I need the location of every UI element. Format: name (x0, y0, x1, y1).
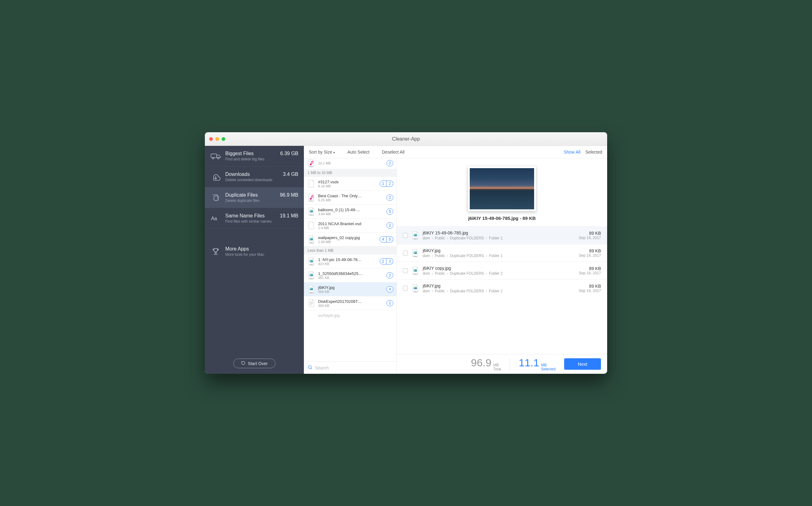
titlebar: Cleaner-App (205, 132, 607, 146)
auto-select-button[interactable]: Auto Select (347, 150, 370, 155)
file-size: 6.16 MB (318, 184, 377, 188)
file-group-row[interactable]: DiskExpert20170206T… 300 KB 2 (304, 297, 396, 310)
file-name: wallpapers_02 copy.jpg (318, 235, 377, 240)
download-icon (210, 172, 221, 182)
file-icon (308, 299, 315, 308)
file-name: 1 -NY-pic 15-49-06-78… (318, 257, 377, 262)
svg-point-34 (414, 252, 415, 253)
file-group-row[interactable]: JPEG balloons_0 (1) 15-49-… 3.84 MB 5 (304, 205, 396, 219)
matches-list: JPEG j6iKIY 15-49-06-785.jpg domPublicDu… (397, 226, 607, 354)
file-group-row[interactable]: JPEG wallpapers_02 copy.jpg 1.09 MB 45 (304, 233, 396, 247)
count-badge[interactable]: 1 (380, 180, 387, 187)
divider (510, 359, 510, 370)
count-badge[interactable]: 2 (387, 272, 393, 278)
search-input[interactable] (315, 365, 393, 370)
count-badge[interactable]: 2 (380, 258, 387, 264)
count-badge[interactable]: 2 (387, 194, 393, 201)
match-date: Sep 19, 2017 (579, 253, 601, 258)
match-path: domPublicDuplicate FOLDERSFolder 1 (423, 254, 575, 258)
file-icon: JPEG (308, 257, 315, 266)
sidebar-item-duplicate-files[interactable]: Duplicate Files Delete duplicate files 9… (205, 187, 304, 208)
svg-text:JPEG: JPEG (413, 291, 417, 292)
count-badge[interactable]: 5 (387, 236, 393, 243)
file-icon: JPEG (308, 271, 315, 280)
duplicate-icon (210, 192, 221, 203)
file-size: 1.09 MB (318, 240, 377, 244)
section-header: Less than 1 MB (304, 247, 396, 255)
sidebar-item-downloads[interactable]: Downloads Delete unneeded downloads 3.4 … (205, 167, 304, 187)
file-group-row[interactable]: JPEG 1 -NY-pic 15-49-06-78… 423 KB 23 (304, 255, 396, 268)
sidebar-item-subtitle: Delete duplicate files (225, 198, 276, 203)
checkbox[interactable] (403, 251, 408, 255)
checkbox[interactable] (403, 233, 408, 238)
sidebar: Biggest Files Find and delete big files … (205, 146, 304, 374)
detail-pane: j6iKIY 15-49-06-785.jpg - 89 KB JPEG j6i… (397, 158, 607, 374)
svg-point-10 (310, 210, 311, 211)
count-badge[interactable]: 4 (380, 236, 387, 243)
sidebar-item-same-name-files[interactable]: Aa Same Name Files Find files with simil… (205, 208, 304, 229)
file-icon (308, 221, 315, 230)
match-row[interactable]: JPEG j6iKIY.jpg domPublicDuplicate FOLDE… (397, 279, 607, 297)
file-icon: JPEG (308, 285, 315, 293)
sidebar-item-size: 3.4 GB (283, 172, 298, 177)
sidebar-item-subtitle: Delete unneeded downloads (225, 178, 279, 182)
file-group-row[interactable]: MP3 Best Coast - The Only… 5.25 MB 2 (304, 191, 396, 205)
count-badge[interactable]: 2 (387, 222, 393, 229)
count-badge[interactable]: 2 (387, 180, 393, 187)
sidebar-item-title: Downloads (225, 172, 279, 177)
file-group-row[interactable]: surfstyle.jpg (304, 310, 396, 321)
next-button[interactable]: Next (564, 358, 601, 370)
file-name: #3127.vsdx (318, 180, 377, 184)
match-row[interactable]: JPEG j6iKIY.jpg domPublicDuplicate FOLDE… (397, 244, 607, 262)
checkbox[interactable] (403, 286, 408, 291)
count-badge[interactable]: 2 (387, 300, 393, 306)
svg-text:Aa: Aa (211, 216, 217, 221)
svg-text:MP3: MP3 (309, 166, 313, 168)
preview-heading: j6iKIY 15-49-06-785.jpg - 89 KB (468, 216, 536, 221)
svg-point-22 (310, 288, 311, 289)
start-over-button[interactable]: Start Over (233, 359, 276, 368)
svg-rect-3 (214, 196, 218, 200)
sidebar-item-size: 96.9 MB (280, 192, 298, 198)
svg-text:JPEG: JPEG (309, 242, 313, 244)
search-bar (304, 361, 396, 374)
match-path: domPublicDuplicate FOLDERSFolder 2 (423, 289, 575, 293)
count-badge[interactable]: 2 (387, 160, 393, 166)
file-size: 300 KB (318, 304, 383, 308)
count-badge[interactable]: 3 (387, 258, 393, 264)
checkbox[interactable] (403, 268, 408, 273)
sort-dropdown[interactable]: Sort by Size ▾ (309, 150, 335, 155)
sidebar-item-title: Biggest Files (225, 151, 276, 156)
sidebar-item-title: Same Name Files (225, 213, 276, 219)
file-group-row[interactable]: JPEG j6iKIY.jpg 356 KB 4 (304, 282, 396, 297)
start-over-wrap: Start Over (205, 353, 304, 374)
file-group-row[interactable]: MP3 10.1 MB 2 (304, 158, 396, 169)
preview-thumbnail (468, 166, 536, 211)
file-icon: MP3 (308, 193, 315, 202)
file-name: DiskExpert20170206T… (318, 299, 383, 304)
file-group-row[interactable]: 2011 NCAA Bracket.vsd 1.4 MB 2 (304, 219, 396, 233)
svg-text:JPEG: JPEG (309, 278, 313, 280)
sidebar-item-more-apps[interactable]: More Apps More tools for your Mac (205, 241, 304, 262)
window-title: Cleaner-App (205, 136, 607, 142)
app-window: Cleaner-App Biggest Files Find and delet… (205, 132, 607, 374)
file-icon: JPEG (308, 235, 315, 244)
file-size: 423 KB (318, 262, 377, 266)
match-row[interactable]: JPEG j6iKIY copy.jpg domPublicDuplicate … (397, 262, 607, 279)
show-all-toggle[interactable]: Show All (564, 150, 581, 155)
search-icon (308, 365, 313, 371)
file-size: 5.25 MB (318, 198, 383, 202)
sidebar-item-biggest-files[interactable]: Biggest Files Find and delete big files … (205, 146, 304, 166)
deselect-all-button[interactable]: Deselect All (382, 150, 404, 155)
file-icon: MP3 (308, 159, 315, 168)
count-badge[interactable]: 5 (387, 208, 393, 215)
svg-point-40 (414, 287, 415, 288)
sidebar-item-title: Duplicate Files (225, 192, 276, 198)
match-row[interactable]: JPEG j6iKIY 15-49-06-785.jpg domPublicDu… (397, 226, 607, 244)
file-group-row[interactable]: #3127.vsdx 6.16 MB 12 (304, 177, 396, 191)
count-badge[interactable]: 4 (387, 286, 393, 292)
toolbar: Sort by Size ▾ Auto Select Deselect All … (304, 146, 607, 158)
selected-toggle[interactable]: Selected (586, 150, 602, 155)
file-group-row[interactable]: JPEG 1_52550d536834e525… 361 KB 2 (304, 268, 396, 282)
svg-text:JPEG: JPEG (413, 255, 417, 257)
